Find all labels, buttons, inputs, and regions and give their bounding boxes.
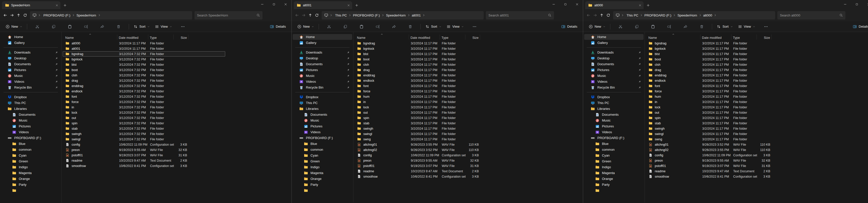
new-tab-button[interactable]: [352, 1, 361, 9]
file-row[interactable]: bgnlock 3/2/2024 11:17 PM File folder: [354, 46, 517, 51]
sidebar-item[interactable]: Party: [293, 182, 352, 188]
sidebar-item[interactable]: Music: [1, 73, 60, 79]
breadcrumb-item[interactable]: SpeederHorn: [384, 13, 407, 18]
file-row[interactable]: hum 3/2/2024 11:17 PM File folder: [646, 94, 808, 99]
sidebar-item[interactable]: [293, 188, 352, 193]
tab-close-icon[interactable]: [55, 4, 58, 7]
file-row[interactable]: clsh 3/2/2024 11:17 PM File folder: [354, 62, 517, 67]
minimize-button[interactable]: [839, 0, 851, 9]
see-more-button[interactable]: [760, 23, 772, 31]
file-row[interactable]: force 3/2/2024 11:17 PM File folder: [354, 89, 517, 94]
new-button[interactable]: New: [586, 23, 608, 31]
copy-button[interactable]: [339, 23, 351, 31]
sidebar-item[interactable]: Pictures: [1, 123, 60, 129]
sidebar-item[interactable]: Indigo: [1, 164, 60, 170]
file-row[interactable]: smoothsw 10/6/2022 8:41 PM Configuration…: [63, 163, 225, 168]
breadcrumb-item[interactable]: PROFBOARD (F:): [352, 13, 381, 18]
sidebar-item[interactable]: Blue: [293, 141, 352, 147]
breadcrumb-item[interactable]: alt000: [702, 13, 713, 18]
sidebar-item[interactable]: Desktop: [1, 55, 60, 61]
minimize-button[interactable]: [256, 0, 268, 9]
sidebar-item[interactable]: Indigo: [584, 164, 644, 170]
see-more-button[interactable]: [177, 23, 189, 31]
file-row[interactable]: altchng01 9/26/2023 3:55 PM WAV File 110…: [354, 142, 517, 147]
sidebar-item[interactable]: Recycle Bin: [293, 84, 352, 90]
column-header-size[interactable]: Size: [465, 36, 480, 40]
sidebar-item[interactable]: Blue: [584, 141, 644, 147]
breadcrumb-item[interactable]: This PC: [625, 13, 640, 18]
breadcrumb-item[interactable]: PROFBOARD (F:): [42, 13, 71, 18]
file-row[interactable]: out 3/2/2024 11:17 PM File folder: [646, 110, 808, 115]
search-input[interactable]: [780, 13, 839, 17]
file-row[interactable]: enddrag 3/12/2024 7:32 PM File folder: [63, 83, 225, 89]
rename-button[interactable]: [663, 23, 675, 31]
file-row[interactable]: hum 3/2/2024 11:17 PM File folder: [354, 94, 517, 99]
new-tab-button[interactable]: [644, 1, 653, 9]
sidebar-item[interactable]: common: [584, 147, 644, 153]
sidebar-item[interactable]: Documents: [293, 61, 352, 67]
share-button[interactable]: [388, 23, 400, 31]
sidebar-item[interactable]: Videos: [584, 79, 644, 84]
sidebar-item[interactable]: Desktop: [293, 55, 352, 61]
file-row[interactable]: lock 3/2/2024 11:17 PM File folder: [646, 105, 808, 110]
file-row[interactable]: pstoff01 9/19/2023 3:07 PM WAV File 31 K…: [646, 163, 808, 168]
delete-button[interactable]: [696, 23, 708, 31]
sidebar-item[interactable]: Magenta: [1, 170, 60, 176]
file-row[interactable]: readme 10/2/2023 9:47 AM Text Document 2…: [63, 158, 225, 163]
sort-button[interactable]: Sort: [714, 23, 736, 31]
new-button[interactable]: New: [295, 23, 317, 31]
column-header-size[interactable]: Size: [174, 36, 188, 40]
details-pane-button[interactable]: Details: [850, 23, 868, 31]
sidebar-item[interactable]: Gallery: [1, 40, 60, 46]
file-row[interactable]: blst 3/2/2024 11:17 PM File folder: [354, 51, 517, 57]
file-row[interactable]: swng 3/2/2024 11:17 PM File folder: [646, 137, 808, 142]
file-row[interactable]: pstoff01 9/19/2023 3:07 PM WAV File 31 K…: [63, 153, 225, 158]
up-button[interactable]: [307, 11, 313, 19]
file-row[interactable]: stab 3/2/2024 11:17 PM File folder: [646, 121, 808, 126]
sidebar-item[interactable]: Party: [584, 182, 644, 188]
maximize-button[interactable]: [560, 0, 571, 9]
sidebar-item[interactable]: This PC: [293, 100, 352, 106]
tab[interactable]: alt000: [585, 1, 644, 9]
sidebar-item[interactable]: Downloads: [584, 49, 644, 55]
sidebar-item[interactable]: Party: [1, 182, 60, 188]
column-header-name[interactable]: Name: [63, 36, 117, 40]
delete-button[interactable]: [113, 23, 124, 31]
sidebar-item[interactable]: common: [293, 147, 352, 153]
sidebar-item[interactable]: Indigo: [293, 164, 352, 170]
file-row[interactable]: clsh 3/2/2024 11:17 PM File folder: [646, 62, 808, 67]
close-button[interactable]: [280, 0, 291, 9]
copy-button[interactable]: [631, 23, 643, 31]
back-button[interactable]: [585, 11, 592, 19]
back-button[interactable]: [294, 11, 300, 19]
search-box[interactable]: [194, 11, 262, 20]
search-input[interactable]: [489, 13, 548, 17]
paste-button[interactable]: [64, 23, 76, 31]
sidebar-item[interactable]: Videos: [293, 79, 352, 84]
file-row[interactable]: stab 3/12/2024 7:32 PM File folder: [63, 126, 225, 131]
sidebar-item[interactable]: PROFBOARD (F:): [1, 135, 60, 141]
breadcrumb-item[interactable]: This PC: [334, 13, 348, 18]
sidebar-item[interactable]: Green: [293, 158, 352, 164]
sidebar-item[interactable]: Documents: [1, 112, 60, 117]
sidebar-item[interactable]: Pictures: [293, 123, 352, 129]
sidebar-item[interactable]: common: [1, 147, 60, 153]
sidebar-item[interactable]: Pictures: [584, 67, 644, 73]
file-row[interactable]: enddrag 3/2/2024 11:17 PM File folder: [646, 73, 808, 78]
file-row[interactable]: readme 10/2/2023 9:47 AM Text Document 2…: [354, 168, 517, 174]
sidebar-item[interactable]: Dropbox: [1, 94, 60, 100]
sidebar-item[interactable]: Dropbox: [584, 94, 644, 100]
file-row[interactable]: alt000 3/2/2024 11:17 PM File folder: [63, 41, 225, 46]
sidebar-item[interactable]: Documents: [584, 112, 644, 117]
file-row[interactable]: smoothsw 10/6/2022 8:41 PM Configuration…: [646, 174, 808, 179]
maximize-button[interactable]: [851, 0, 863, 9]
sidebar-item[interactable]: Gallery: [584, 40, 644, 46]
sidebar-item[interactable]: [584, 188, 644, 193]
cut-button[interactable]: [323, 23, 335, 31]
forward-button[interactable]: [592, 11, 598, 19]
sidebar-item[interactable]: Libraries: [293, 106, 352, 112]
address-bar[interactable]: PROFBOARD (F:) SpeederHorn: [30, 11, 192, 20]
rename-button[interactable]: [372, 23, 383, 31]
refresh-button[interactable]: [605, 11, 611, 19]
file-row[interactable]: bgnlock 3/12/2024 7:32 PM File folder: [63, 57, 225, 62]
